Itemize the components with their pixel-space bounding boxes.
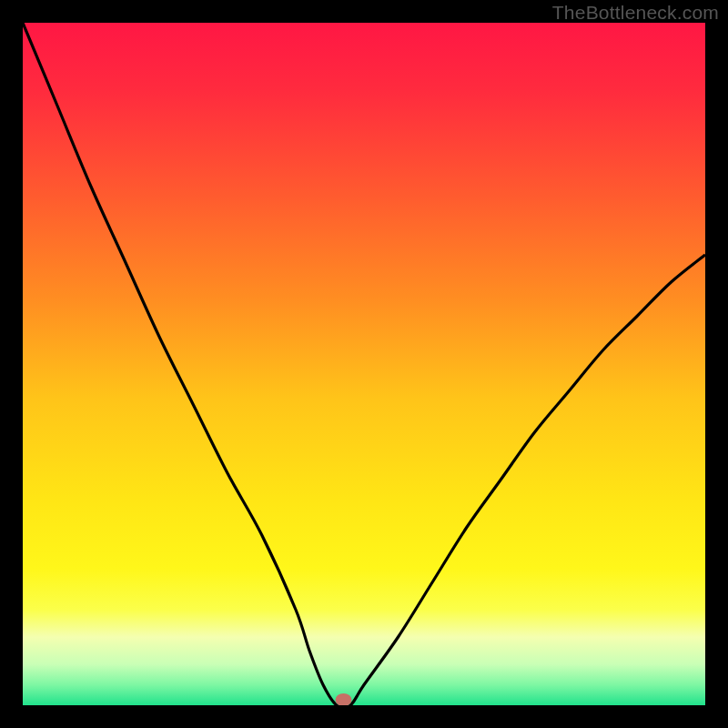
bottleneck-curve — [23, 23, 705, 705]
chart-frame: TheBottleneck.com — [0, 0, 728, 728]
optimal-point-marker — [336, 693, 352, 705]
watermark-label: TheBottleneck.com — [552, 2, 719, 24]
plot-area — [23, 23, 705, 705]
